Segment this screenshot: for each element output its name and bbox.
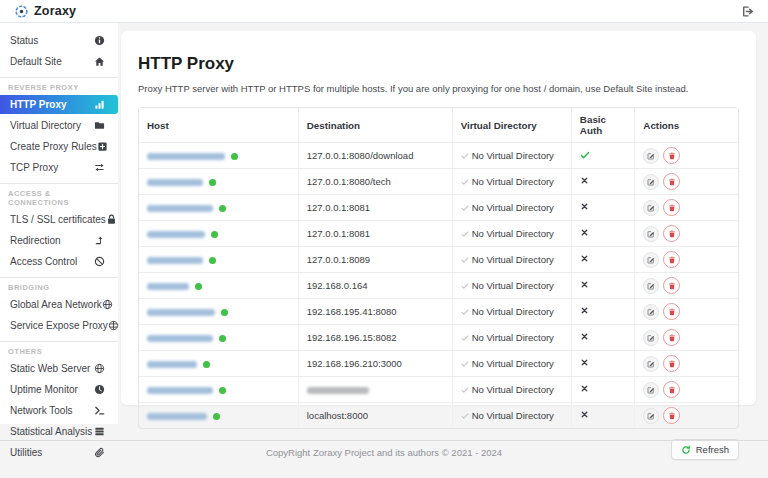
blurred-hostname: [147, 387, 213, 394]
sidebar-item-static-web-server[interactable]: Static Web Server: [0, 358, 118, 379]
sidebar-item-redirection[interactable]: Redirection: [0, 230, 118, 251]
edit-rule-button[interactable]: [643, 356, 659, 372]
delete-rule-button[interactable]: [663, 173, 680, 190]
edit-rule-button[interactable]: [643, 304, 659, 320]
edit-icon: [647, 282, 655, 290]
sidebar-item-http-proxy[interactable]: HTTP Proxy: [0, 95, 118, 114]
sidebar-item-label: Uptime Monitor: [10, 384, 78, 395]
main-panel: HTTP Proxy Proxy HTTP server with HTTP o…: [121, 31, 756, 405]
delete-rule-button[interactable]: [663, 277, 680, 294]
host-cell: [139, 350, 298, 376]
virtual-directory-cell: No Virtual Directory: [452, 324, 571, 350]
delete-rule-button[interactable]: [663, 407, 680, 424]
destination-cell: 192.168.0.164: [298, 272, 452, 298]
sidebar-item-create-proxy-rules[interactable]: Create Proxy Rules: [0, 136, 118, 157]
edit-rule-button[interactable]: [643, 408, 659, 424]
online-status-dot: [203, 361, 210, 368]
host-cell: [139, 246, 298, 272]
delete-rule-button[interactable]: [663, 225, 680, 242]
host-cell: [139, 142, 298, 168]
sidebar-item-label: HTTP Proxy: [10, 99, 67, 110]
trash-icon: [668, 308, 676, 316]
trash-icon: [668, 386, 676, 394]
edit-rule-button[interactable]: [643, 252, 659, 268]
actions-cell: [634, 168, 738, 194]
sidebar-item-status[interactable]: Status: [0, 30, 118, 51]
column-header-actions: Actions: [634, 108, 738, 142]
x-icon: [580, 358, 589, 367]
sidebar-item-label: Static Web Server: [10, 363, 90, 374]
edit-rule-button[interactable]: [643, 226, 659, 242]
delete-rule-button[interactable]: [663, 199, 680, 216]
sidebar-item-virtual-directory[interactable]: Virtual Directory: [0, 115, 118, 136]
trash-icon: [668, 334, 676, 342]
topbar: Zoraxy: [0, 0, 768, 23]
proxy-rule-row: localhost:8000No Virtual Directory: [139, 402, 738, 428]
delete-rule-button[interactable]: [663, 147, 680, 164]
edit-icon: [647, 230, 655, 238]
delete-rule-button[interactable]: [663, 381, 680, 398]
delete-rule-button[interactable]: [663, 355, 680, 372]
online-status-dot: [231, 153, 238, 160]
online-status-dot: [219, 335, 226, 342]
edit-rule-button[interactable]: [643, 278, 659, 294]
proxy-rule-row: 127.0.0.1:8081No Virtual Directory: [139, 194, 738, 220]
sidebar-section-others: OTHERS: [0, 341, 118, 358]
sidebar-item-utilities[interactable]: Utilities: [0, 442, 118, 463]
trash-icon: [668, 412, 676, 420]
globe-icon: [102, 299, 113, 310]
x-icon: [580, 176, 589, 185]
proxy-rule-row: 127.0.0.1:8081No Virtual Directory: [139, 220, 738, 246]
check-icon: [580, 150, 590, 160]
ban-icon: [94, 256, 105, 267]
edit-rule-button[interactable]: [643, 330, 659, 346]
virtual-directory-text: No Virtual Directory: [472, 176, 554, 187]
destination-cell: 127.0.0.1:8089: [298, 246, 452, 272]
blurred-hostname: [147, 153, 225, 160]
column-header-host: Host: [139, 108, 298, 142]
sidebar-item-uptime-monitor[interactable]: Uptime Monitor: [0, 379, 118, 400]
edit-rule-button[interactable]: [643, 174, 659, 190]
delete-rule-button[interactable]: [663, 329, 680, 346]
actions-cell: [634, 350, 738, 376]
virtual-directory-cell: No Virtual Directory: [452, 142, 571, 168]
column-header-basic-auth: Basic Auth: [571, 108, 634, 142]
actions-cell: [634, 272, 738, 298]
sidebar-item-access-control[interactable]: Access Control: [0, 251, 118, 272]
lock-icon: [106, 214, 117, 225]
sidebar-item-default-site[interactable]: Default Site: [0, 51, 118, 72]
edit-icon: [647, 412, 655, 420]
sign-out-icon[interactable]: [741, 5, 754, 18]
plus-square-icon: [97, 141, 108, 152]
proxy-rule-row: 192.168.195.41:8080No Virtual Directory: [139, 298, 738, 324]
sidebar-item-global-area-network[interactable]: Global Area Network: [0, 294, 118, 315]
virtual-directory-text: No Virtual Directory: [472, 384, 554, 395]
sidebar-section-access-connections: ACCESS & CONNECTIONS: [0, 183, 118, 209]
sidebar-item-statistical-analysis[interactable]: Statistical Analysis: [0, 421, 118, 442]
virtual-directory-text: No Virtual Directory: [472, 280, 554, 291]
host-cell: [139, 376, 298, 402]
virtual-directory-cell: No Virtual Directory: [452, 246, 571, 272]
virtual-directory-text: No Virtual Directory: [472, 202, 554, 213]
x-icon: [580, 332, 589, 341]
basic-auth-cell: [571, 376, 634, 402]
edit-rule-button[interactable]: [643, 148, 659, 164]
edit-icon: [647, 152, 655, 160]
delete-rule-button[interactable]: [663, 303, 680, 320]
x-icon: [580, 280, 589, 289]
table-header-row: HostDestinationVirtual DirectoryBasic Au…: [139, 108, 738, 142]
check-icon: [461, 178, 469, 186]
sidebar-item-service-expose-proxy[interactable]: Service Expose Proxy: [0, 315, 118, 336]
sidebar-section-bridging: BRIDGING: [0, 277, 118, 294]
sidebar-item-network-tools[interactable]: Network Tools: [0, 400, 118, 421]
virtual-directory-cell: No Virtual Directory: [452, 272, 571, 298]
delete-rule-button[interactable]: [663, 251, 680, 268]
x-icon: [580, 384, 589, 393]
sidebar-item-tls-ssl-certificates[interactable]: TLS / SSL certificates: [0, 209, 118, 230]
exchange-icon: [94, 162, 105, 173]
blurred-hostname: [147, 361, 197, 368]
edit-rule-button[interactable]: [643, 382, 659, 398]
sidebar-item-tcp-proxy[interactable]: TCP Proxy: [0, 157, 118, 178]
sidebar-item-label: Service Expose Proxy: [10, 320, 108, 331]
edit-rule-button[interactable]: [643, 200, 659, 216]
